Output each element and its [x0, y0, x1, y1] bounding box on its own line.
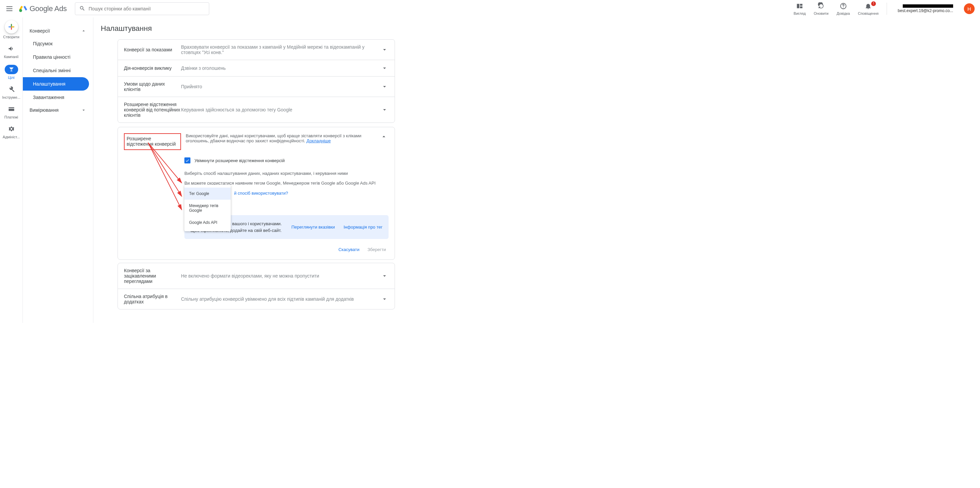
chevron-down-icon[interactable]: [380, 46, 388, 53]
highlighted-panel-title: Розширене відстеження конверсій: [124, 133, 181, 150]
chevron-up-icon: [81, 28, 86, 33]
appearance-icon: [796, 2, 803, 11]
chevron-down-icon[interactable]: [380, 106, 388, 113]
top-actions: Вигляд Оновити Довідка ! Сповіщення best…: [794, 2, 975, 16]
row-view-through-conversions[interactable]: Конверсії за показами Враховувати конвер…: [118, 39, 395, 60]
sidebar-section-conversions[interactable]: Конверсії: [23, 25, 93, 37]
gear-icon: [8, 125, 15, 133]
help-icon: [840, 2, 847, 11]
chevron-down-icon[interactable]: [380, 273, 388, 279]
checkbox-checked-icon: [185, 157, 191, 163]
rail-campaigns[interactable]: Кампанії: [2, 45, 21, 59]
svg-point-2: [843, 7, 844, 8]
sidebar-item-uploads[interactable]: Завантаження: [23, 90, 89, 104]
learn-more-link[interactable]: Докладніше: [307, 138, 331, 143]
choose-method-label: Виберіть спосіб налаштування даних, нада…: [185, 171, 388, 176]
plus-icon: [5, 20, 18, 33]
search-box[interactable]: [75, 2, 209, 15]
sidebar-item-summary[interactable]: Підсумок: [23, 37, 89, 50]
row-customer-data-terms[interactable]: Умови щодо даних клієнтів Прийнято: [118, 76, 395, 97]
menu-icon[interactable]: [5, 5, 13, 13]
tag-info-link[interactable]: Інформація про тег: [344, 225, 383, 230]
view-instructions-link[interactable]: Переглянути вказівки: [291, 225, 335, 230]
sidebar-item-settings[interactable]: Налаштування: [23, 77, 89, 90]
chevron-down-icon[interactable]: [380, 296, 388, 303]
panel-intro: Використовуйте дані, надані користувачам…: [181, 133, 380, 150]
svg-point-0: [19, 9, 22, 12]
account-selector[interactable]: best.expert.19@k2-promo.co...: [898, 4, 953, 13]
page-title: Налаштування: [101, 24, 980, 33]
create-button[interactable]: Створити: [2, 20, 21, 39]
cancel-button[interactable]: Скасувати: [339, 247, 360, 252]
row-call-conversion-action[interactable]: Дія-конверсія виклику Дзвінки з оголошен…: [118, 60, 395, 76]
card-icon: [8, 105, 15, 114]
dropdown-option-gtm[interactable]: Менеджер тегів Google: [185, 200, 231, 217]
row-engaged-view-conversions[interactable]: Конверсії за зацікавленими переглядами Н…: [118, 263, 395, 289]
sidebar-section-measurement[interactable]: Вимірювання: [23, 104, 93, 116]
method-dropdown-menu: Тег Google Менеджер тегів Google Google …: [185, 185, 231, 231]
search-input[interactable]: [89, 6, 205, 11]
megaphone-icon: [8, 45, 15, 53]
sidebar: Конверсії Підсумок Правила цінності Спец…: [23, 17, 93, 323]
enable-enhanced-conversions-checkbox[interactable]: Увімкнути розширене відстеження конверсі…: [185, 157, 388, 163]
topbar: Google Ads Вигляд Оновити Довідка ! Спов…: [0, 0, 980, 17]
account-email: best.expert.19@k2-promo.co...: [898, 8, 953, 13]
chevron-down-icon: [81, 108, 86, 113]
row-enhanced-conversions-leads[interactable]: Розширене відстеження конверсій від поте…: [118, 97, 395, 123]
dropdown-option-google-tag[interactable]: Тег Google: [185, 188, 231, 200]
tools-icon: [8, 86, 15, 94]
logo[interactable]: Google Ads: [19, 4, 67, 13]
google-ads-logo-icon: [19, 4, 27, 13]
save-button: Зберегти: [368, 247, 386, 252]
refresh-button[interactable]: Оновити: [814, 2, 829, 16]
bell-icon: [864, 2, 872, 11]
logo-text: Google Ads: [30, 4, 67, 13]
help-button[interactable]: Довідка: [837, 2, 850, 16]
sidebar-item-custom-vars[interactable]: Спеціальні змінні: [23, 64, 89, 77]
trophy-icon: [5, 65, 18, 74]
notifications-button[interactable]: ! Сповіщення: [858, 2, 878, 16]
rail-payments[interactable]: Платежі: [2, 105, 21, 119]
expanded-enhanced-conversions-panel: Розширене відстеження конверсій Використ…: [118, 127, 395, 260]
rail-tools[interactable]: Інструме...: [2, 86, 21, 99]
sidebar-item-value-rules[interactable]: Правила цінності: [23, 50, 89, 64]
chevron-down-icon[interactable]: [380, 83, 388, 90]
notification-badge: !: [871, 2, 876, 6]
chevron-down-icon[interactable]: [380, 65, 388, 71]
account-name-redacted: [903, 4, 953, 8]
which-method-link[interactable]: й спосіб використовувати?: [234, 191, 288, 196]
collapse-button[interactable]: [380, 133, 388, 150]
row-shared-app-attribution[interactable]: Спільна атрибуція в додатках Спільну атр…: [118, 288, 395, 309]
dropdown-option-ads-api[interactable]: Google Ads API: [185, 217, 231, 228]
appearance-button[interactable]: Вигляд: [794, 2, 806, 16]
main-content: Налаштування Конверсії за показами Врахо…: [93, 17, 980, 323]
left-rail: Створити Кампанії Цілі Інструме... Плате…: [0, 17, 23, 323]
refresh-icon: [818, 2, 825, 11]
rail-goals[interactable]: Цілі: [2, 65, 21, 79]
search-icon: [79, 5, 85, 13]
avatar[interactable]: Н: [964, 3, 975, 14]
rail-admin[interactable]: Адмініст...: [2, 125, 21, 139]
